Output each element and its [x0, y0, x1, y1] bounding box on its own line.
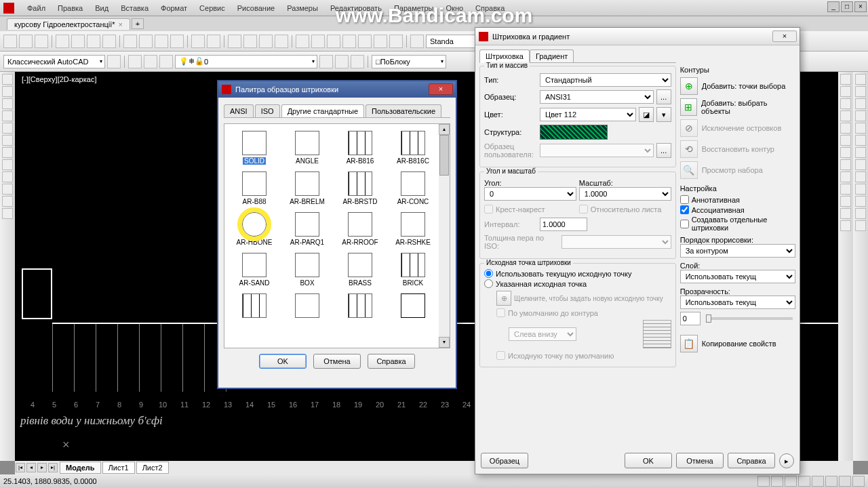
ortho-icon[interactable] — [785, 476, 797, 487]
interval-input[interactable] — [540, 218, 587, 231]
open-icon[interactable] — [19, 35, 33, 48]
tab-ansi[interactable]: ANSI — [224, 104, 254, 117]
nav-first-icon[interactable]: |◂ — [16, 463, 25, 472]
rotate-icon[interactable] — [855, 147, 866, 158]
pattern-swatch[interactable]: AR-CONC — [393, 171, 433, 205]
calc-icon[interactable] — [342, 35, 356, 48]
assoc-checkbox[interactable] — [680, 205, 689, 214]
pattern-swatch[interactable]: AR-RSHKE — [393, 212, 433, 246]
pattern-swatch[interactable]: AR-HBONE — [235, 212, 274, 246]
polygon-icon[interactable] — [2, 135, 13, 146]
scrollbar[interactable]: ▴ ▾ — [439, 124, 450, 348]
break-icon[interactable] — [840, 98, 851, 109]
cancel-button[interactable]: Отмена — [676, 453, 724, 468]
trim-icon[interactable] — [855, 184, 866, 195]
pattern-swatch[interactable] — [340, 293, 380, 320]
layer-walk-icon[interactable] — [351, 55, 364, 68]
help-button[interactable]: Справка — [368, 354, 415, 369]
ok-button[interactable]: OK — [259, 354, 307, 369]
align-icon[interactable] — [840, 110, 851, 121]
scale-dropdown[interactable]: 1.0000 — [579, 187, 671, 201]
donut-icon[interactable] — [840, 220, 851, 231]
add-objects-button[interactable]: ⊞ — [680, 98, 697, 116]
layer-prev-icon[interactable] — [335, 55, 349, 68]
workspace-settings-icon[interactable] — [107, 55, 121, 68]
pattern-swatch[interactable] — [393, 293, 433, 320]
hatch-layer-dropdown[interactable]: Использовать текущ — [680, 270, 795, 283]
hatch-titlebar[interactable]: Штриховка и градиент × — [475, 28, 800, 45]
copy-props-button[interactable]: 📋 — [680, 335, 698, 352]
draworder-dropdown[interactable]: За контуром — [680, 244, 795, 258]
pattern-browse-button[interactable]: ... — [656, 89, 671, 104]
explode-icon[interactable] — [840, 74, 851, 85]
tab-other[interactable]: Другие стандартные — [281, 104, 364, 117]
tab-layout1[interactable]: Лист1 — [102, 462, 135, 474]
preview-icon[interactable] — [71, 35, 85, 48]
pick-origin-button[interactable]: ⊕ — [496, 291, 511, 306]
pattern-swatch[interactable] — [235, 293, 274, 320]
layer-iso-icon[interactable] — [159, 55, 173, 68]
color-picker-button[interactable]: ◪ — [639, 107, 654, 122]
rect-icon[interactable] — [2, 123, 13, 134]
pline-icon[interactable] — [2, 86, 13, 97]
menu-view[interactable]: Вид — [89, 4, 115, 12]
doc-tab[interactable]: курсову Гідроелектростанції* × — [7, 18, 130, 30]
trans-dropdown[interactable]: Использовать текущ — [680, 296, 795, 309]
nav-prev-icon[interactable]: ◂ — [26, 463, 36, 472]
circle-icon[interactable] — [2, 98, 13, 109]
tab-iso[interactable]: ISO — [255, 104, 280, 117]
lengthen-icon[interactable] — [840, 123, 851, 134]
spline-icon[interactable] — [2, 159, 13, 170]
trans-slider[interactable] — [706, 317, 793, 320]
zoom-ext-icon[interactable] — [275, 35, 288, 48]
menu-edit[interactable]: Правка — [52, 4, 89, 12]
mirror-icon[interactable] — [855, 98, 866, 109]
join-icon[interactable] — [840, 86, 851, 97]
layer-state-icon[interactable] — [144, 55, 157, 68]
hatchedit-icon[interactable] — [840, 159, 851, 170]
ok-button[interactable]: OK — [625, 453, 672, 468]
menu-help[interactable]: Справка — [469, 4, 511, 12]
pattern-swatch[interactable]: ANGLE — [288, 131, 327, 165]
pattern-swatch[interactable]: AR-B816C — [393, 131, 433, 165]
revcloud-icon[interactable] — [840, 208, 851, 219]
new-tab-button[interactable]: + — [132, 18, 144, 29]
pattern-swatch[interactable]: BOX — [288, 253, 327, 287]
close-tab-icon[interactable]: × — [119, 20, 123, 28]
redo-icon[interactable] — [207, 35, 220, 48]
pattern-dropdown[interactable]: ANSI31 — [540, 90, 654, 104]
nav-last-icon[interactable]: ▸| — [48, 463, 58, 472]
lwt-icon[interactable] — [852, 476, 865, 487]
text-icon[interactable] — [2, 196, 13, 207]
menu-insert[interactable]: Вставка — [115, 4, 155, 12]
print-icon[interactable] — [56, 35, 69, 48]
zoom-icon[interactable] — [243, 35, 257, 48]
mtext-icon[interactable] — [2, 208, 13, 219]
stretch-icon[interactable] — [855, 171, 866, 182]
splineedit-icon[interactable] — [840, 147, 851, 158]
close-icon[interactable]: × — [772, 30, 797, 42]
snap-icon[interactable] — [757, 476, 770, 487]
block-icon[interactable] — [374, 35, 387, 48]
paste-icon[interactable] — [155, 35, 168, 48]
hatch-icon[interactable] — [2, 171, 13, 182]
move-icon[interactable] — [855, 135, 866, 146]
properties-icon[interactable] — [296, 35, 309, 48]
menu-file[interactable]: Файл — [21, 4, 52, 12]
menu-param[interactable]: Параметры — [388, 4, 440, 12]
layer-match-icon[interactable] — [319, 55, 333, 68]
color-dropdown[interactable]: Цвет 112 — [540, 108, 636, 121]
menu-draw[interactable]: Рисование — [231, 4, 281, 12]
offset-icon[interactable] — [855, 110, 866, 121]
tool-palette-icon[interactable] — [327, 35, 340, 48]
line-icon[interactable] — [2, 74, 13, 85]
new-icon[interactable] — [3, 35, 17, 48]
plot-icon[interactable] — [102, 35, 116, 48]
sheet-icon[interactable] — [311, 35, 325, 48]
add-points-button[interactable]: ⊕ — [680, 77, 698, 95]
copy-obj-icon[interactable] — [855, 86, 866, 97]
polar-icon[interactable] — [798, 476, 810, 487]
workspace-dropdown[interactable]: Классический AutoCAD — [3, 55, 105, 68]
tab-custom[interactable]: Пользовательские — [366, 104, 441, 117]
expand-button[interactable]: ▸ — [779, 453, 794, 468]
